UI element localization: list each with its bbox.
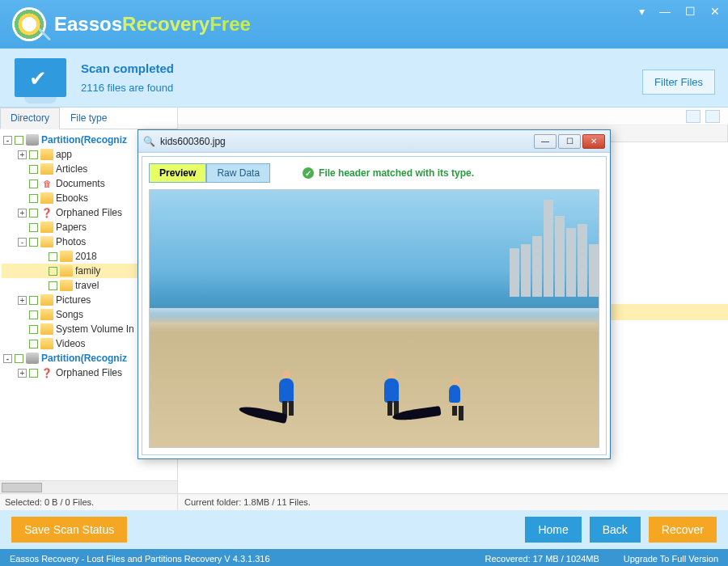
tree-item-label: Partition(Recogniz bbox=[41, 353, 127, 364]
folder-icon bbox=[40, 294, 53, 306]
tree-expand-icon[interactable]: + bbox=[18, 369, 27, 378]
tree-item-label: Articles bbox=[56, 163, 87, 175]
tree-expand-icon bbox=[18, 310, 27, 319]
tree-checkbox[interactable] bbox=[29, 165, 38, 174]
tree-expand-icon[interactable]: - bbox=[18, 238, 27, 247]
tree-expand-icon bbox=[37, 252, 46, 261]
preview-tab-preview[interactable]: Preview bbox=[149, 163, 206, 183]
tree-checkbox[interactable] bbox=[15, 136, 23, 145]
tree-item-label: 2018 bbox=[75, 251, 97, 262]
folder-icon bbox=[40, 149, 53, 160]
tree-checkbox[interactable] bbox=[29, 194, 38, 203]
window-close-icon[interactable]: ✕ bbox=[710, 5, 720, 18]
tree-checkbox[interactable] bbox=[29, 223, 38, 232]
tree-item-label: Orphaned Files bbox=[56, 367, 122, 378]
tree-item-label: Ebooks bbox=[56, 192, 88, 204]
hdd-icon bbox=[26, 353, 39, 364]
tree-expand-icon bbox=[18, 180, 27, 188]
tree-item-label: Papers bbox=[56, 222, 87, 233]
tree-checkbox[interactable] bbox=[49, 252, 57, 261]
preview-minimize-button[interactable]: — bbox=[534, 134, 557, 149]
tree-checkbox[interactable] bbox=[29, 238, 38, 247]
folder-icon bbox=[40, 323, 53, 335]
tree-checkbox[interactable] bbox=[29, 369, 38, 378]
scan-banner: ✔ Scan completed 2116 files are found Fi… bbox=[0, 49, 728, 108]
tree-expand-icon bbox=[37, 267, 46, 276]
check-icon: ✓ bbox=[303, 167, 314, 179]
folder-open-icon bbox=[40, 236, 53, 247]
tree-item-label: Photos bbox=[56, 236, 86, 247]
hdd-icon bbox=[26, 134, 39, 146]
banner-text: Scan completed 2116 files are found bbox=[81, 61, 174, 94]
scan-status-title: Scan completed bbox=[81, 61, 174, 75]
tree-expand-icon[interactable]: - bbox=[3, 136, 12, 145]
home-button[interactable]: Home bbox=[525, 517, 581, 543]
tab-directory[interactable]: Directory bbox=[0, 108, 60, 129]
tree-checkbox[interactable] bbox=[49, 281, 57, 290]
tree-expand-icon[interactable]: + bbox=[18, 296, 27, 305]
window-controls: ▾ — ☐ ✕ bbox=[639, 5, 720, 18]
tree-expand-icon bbox=[18, 340, 27, 348]
preview-tab-raw-data[interactable]: Raw Data bbox=[206, 163, 270, 183]
bottom-bar: Save Scan Status Home Back Recover bbox=[0, 510, 728, 549]
view-grid-button[interactable] bbox=[686, 110, 700, 123]
tree-item-label: Songs bbox=[56, 309, 83, 320]
tree-item-label: Orphaned Files bbox=[56, 207, 122, 218]
folder-icon bbox=[60, 280, 73, 291]
monitor-icon: ✔ bbox=[15, 58, 66, 97]
tree-checkbox[interactable] bbox=[29, 296, 38, 305]
tree-checkbox[interactable] bbox=[29, 150, 38, 159]
folder-icon bbox=[40, 163, 53, 175]
tree-expand-icon[interactable]: + bbox=[18, 150, 27, 159]
tree-checkbox[interactable] bbox=[49, 267, 57, 276]
preview-window: 🔍 kids600360.jpg — ☐ ✕ Preview Raw Data … bbox=[138, 129, 611, 459]
tree-checkbox[interactable] bbox=[29, 340, 38, 348]
preview-header-match-message: ✓ File header matched with its type. bbox=[303, 167, 474, 179]
save-scan-status-button[interactable]: Save Scan Status bbox=[11, 517, 127, 543]
preview-file-icon: 🔍 bbox=[143, 136, 155, 147]
preview-close-button[interactable]: ✕ bbox=[582, 134, 605, 149]
app-logo-icon bbox=[12, 7, 46, 41]
tree-expand-icon bbox=[37, 281, 46, 290]
tree-checkbox[interactable] bbox=[29, 209, 38, 218]
brand-part-1: Eassos bbox=[54, 13, 122, 35]
orphan-icon: ❓ bbox=[40, 367, 53, 378]
tree-item-label: Pictures bbox=[56, 294, 91, 306]
tree-hscrollbar[interactable] bbox=[0, 480, 177, 493]
tree-item-label: System Volume In bbox=[56, 323, 134, 335]
status-app-version: Eassos Recovery - Lost Files and Partiti… bbox=[10, 554, 270, 564]
status-recovered: Recovered: 17 MB / 1024MB bbox=[485, 554, 599, 564]
selection-status: Selected: 0 B / 0 Files. bbox=[0, 493, 177, 510]
window-maximize-icon[interactable]: ☐ bbox=[685, 5, 696, 18]
folder-icon bbox=[60, 265, 73, 277]
preview-tabs: Preview Raw Data ✓ File header matched w… bbox=[149, 163, 599, 183]
view-toggle bbox=[178, 108, 728, 125]
tree-checkbox[interactable] bbox=[29, 325, 38, 334]
back-button[interactable]: Back bbox=[590, 517, 641, 543]
folder-icon bbox=[40, 309, 53, 320]
tree-checkbox[interactable] bbox=[15, 354, 23, 363]
tree-item-label: family bbox=[75, 265, 100, 277]
tree-expand-icon[interactable]: + bbox=[18, 209, 27, 218]
recover-button[interactable]: Recover bbox=[649, 517, 717, 543]
tab-file-type[interactable]: File type bbox=[60, 108, 117, 129]
tree-checkbox[interactable] bbox=[29, 180, 38, 188]
window-minimize-icon[interactable]: — bbox=[659, 5, 671, 18]
preview-title: kids600360.jpg bbox=[160, 136, 226, 147]
preview-body: Preview Raw Data ✓ File header matched w… bbox=[142, 156, 607, 455]
folder-icon bbox=[40, 192, 53, 204]
tree-expand-icon bbox=[18, 165, 27, 174]
orphan-icon: ❓ bbox=[40, 207, 53, 218]
preview-titlebar[interactable]: 🔍 kids600360.jpg — ☐ ✕ bbox=[138, 130, 610, 153]
preview-maximize-button[interactable]: ☐ bbox=[558, 134, 581, 149]
filter-files-button[interactable]: Filter Files bbox=[642, 70, 715, 95]
tree-checkbox[interactable] bbox=[29, 310, 38, 319]
view-list-button[interactable] bbox=[705, 110, 720, 123]
preview-image bbox=[149, 189, 599, 448]
trash-icon: 🗑 bbox=[40, 178, 53, 189]
tree-expand-icon bbox=[18, 325, 27, 334]
tree-expand-icon[interactable]: - bbox=[3, 354, 12, 363]
upgrade-link[interactable]: Upgrade To Full Version bbox=[624, 554, 718, 564]
folder-status: Current folder: 1.8MB / 11 Files. bbox=[178, 493, 728, 510]
window-dropdown-icon[interactable]: ▾ bbox=[639, 5, 645, 18]
